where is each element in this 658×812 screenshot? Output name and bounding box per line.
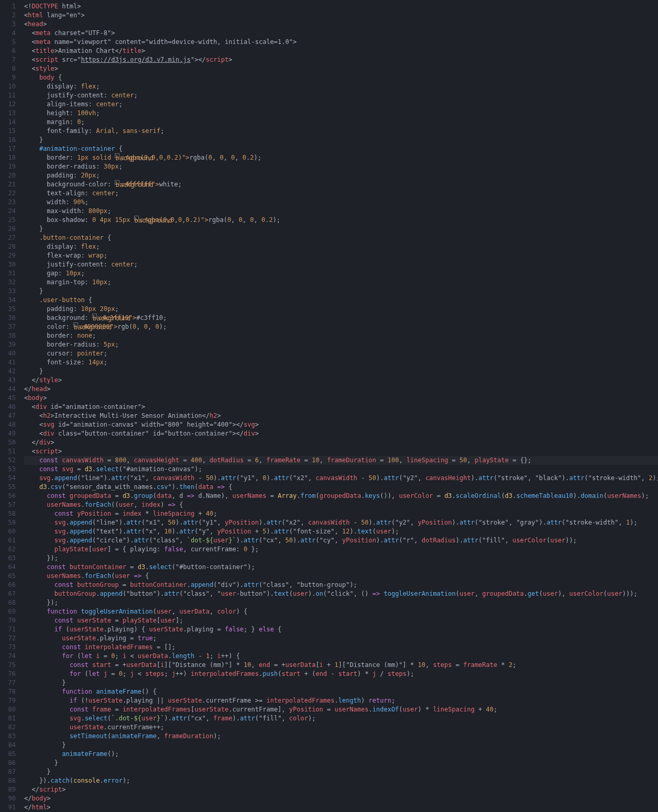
code-line[interactable]: <svg id="animation-canvas" width="800" h… [24, 420, 658, 429]
code-line[interactable]: const buttonGroup = buttonContainer.appe… [24, 581, 658, 589]
code-line[interactable]: <script src="https://d3js.org/d3.v7.min.… [24, 55, 658, 64]
code-line[interactable]: for (let i = 0; i < userData.length - 1;… [24, 652, 658, 661]
code-line[interactable]: </script> [24, 785, 658, 794]
code-line[interactable]: animateFrame(); [24, 750, 658, 759]
code-line[interactable]: if (!userState.playing || userState.curr… [24, 696, 658, 705]
code-line[interactable]: border-radius: 5px; [24, 340, 658, 349]
code-line[interactable]: .button-container { [24, 233, 658, 242]
code-line[interactable]: <body> [24, 394, 658, 403]
line-number: 23 [0, 198, 16, 207]
code-line[interactable]: const canvasWidth = 800, canvasHeight = … [24, 456, 658, 465]
code-line[interactable]: background: background:#c3ff10">#c3ff10; [24, 314, 658, 322]
code-line[interactable]: color: background:#000000">rgb(0, 0, 0); [24, 322, 658, 331]
code-line[interactable]: padding: 20px; [24, 171, 658, 180]
code-line[interactable]: d3.csv("sensor_data_with_names.csv").the… [24, 483, 658, 492]
code-line[interactable]: box-shadow: 0 4px 15px background:rgba(0… [24, 216, 658, 225]
code-line[interactable]: </body> [24, 794, 658, 803]
line-number: 36 [0, 314, 16, 322]
code-line[interactable]: } [24, 225, 658, 233]
code-line[interactable]: svg.select(`.dot-${user}`).attr("cx", fr… [24, 714, 658, 723]
code-line[interactable]: text-align: center; [24, 189, 658, 198]
code-line[interactable]: } [24, 287, 658, 296]
code-line[interactable]: userNames.forEach(user => { [24, 572, 658, 581]
code-line[interactable]: userNames.forEach((user, index) => { [24, 500, 658, 509]
code-line[interactable]: const groupedData = d3.group(data, d => … [24, 492, 658, 500]
code-line[interactable]: <title>Animation Chart</title> [24, 47, 658, 55]
code-line[interactable]: body { [24, 73, 658, 82]
code-line[interactable]: </div> [24, 438, 658, 447]
code-line[interactable]: function toggleUserAnimation(user, userD… [24, 607, 658, 616]
code-line[interactable]: const buttonContainer = d3.select("#butt… [24, 563, 658, 572]
code-line[interactable]: width: 90%; [24, 198, 658, 207]
code-line[interactable]: } [24, 767, 658, 776]
line-number: 52 [0, 456, 16, 465]
code-line[interactable]: for (let j = 0; j < steps; j++) interpol… [24, 670, 658, 678]
code-line[interactable]: } [24, 678, 658, 687]
code-line[interactable]: <head> [24, 20, 658, 29]
code-line[interactable]: playState[user] = { playing: false, curr… [24, 545, 658, 554]
code-line[interactable]: flex-wrap: wrap; [24, 251, 658, 260]
code-line[interactable]: display: flex; [24, 82, 658, 91]
line-number: 6 [0, 47, 16, 55]
code-line[interactable]: } [24, 759, 658, 767]
code-line[interactable]: svg.append("line").attr("x1", 50).attr("… [24, 518, 658, 527]
code-line[interactable]: <html lang="en"> [24, 11, 658, 20]
code-line[interactable]: #animation-container { [24, 144, 658, 153]
code-line[interactable]: </html> [24, 803, 658, 812]
code-line[interactable]: } [24, 367, 658, 376]
code-line[interactable]: <div class="button-container" id="button… [24, 429, 658, 438]
code-line[interactable]: userState.playing = true; [24, 634, 658, 643]
code-line[interactable]: margin-top: 10px; [24, 278, 658, 287]
code-line[interactable]: </head> [24, 385, 658, 394]
code-line[interactable]: gap: 10px; [24, 269, 658, 278]
line-number: 55 [0, 483, 16, 492]
line-number: 14 [0, 118, 16, 127]
code-line[interactable]: <style> [24, 64, 658, 73]
code-line[interactable]: display: flex; [24, 242, 658, 251]
code-line[interactable]: setTimeout(animateFrame, frameDuration); [24, 732, 658, 741]
code-line[interactable]: svg.append("line").attr("x1", canvasWidt… [24, 474, 658, 483]
line-number: 26 [0, 225, 16, 233]
code-line[interactable]: .user-button { [24, 296, 658, 305]
code-line[interactable]: const start = +userData[i]["Distance (mm… [24, 661, 658, 670]
code-line[interactable]: buttonGroup.append("button").attr("class… [24, 589, 658, 598]
code-line[interactable]: const svg = d3.select("#animation-canvas… [24, 465, 658, 474]
code-line[interactable]: cursor: pointer; [24, 349, 658, 358]
code-line[interactable]: } [24, 136, 658, 144]
code-line[interactable]: <meta charset="UTF-8"> [24, 29, 658, 38]
code-line[interactable]: <h2>Interactive Multi-User Sensor Animat… [24, 411, 658, 420]
code-line[interactable]: const interpolatedFrames = []; [24, 643, 658, 652]
code-line[interactable]: function animateFrame() { [24, 687, 658, 696]
code-line[interactable]: padding: 10px 20px; [24, 305, 658, 314]
code-line[interactable]: const yPosition = index * lineSpacing + … [24, 509, 658, 518]
code-line[interactable]: const frame = interpolatedFrames[userSta… [24, 705, 658, 714]
code-line[interactable]: justify-content: center; [24, 91, 658, 100]
code-line[interactable]: }).catch(console.error); [24, 776, 658, 785]
code-line[interactable]: svg.append("text").attr("x", 10).attr("y… [24, 527, 658, 536]
code-line[interactable]: <script> [24, 447, 658, 456]
code-area[interactable]: <!DOCTYPE html><html lang="en"><head> <m… [24, 0, 658, 812]
code-line[interactable]: if (userState.playing) { userState.playi… [24, 625, 658, 634]
code-line[interactable]: <!DOCTYPE html> [24, 2, 658, 11]
line-number: 62 [0, 545, 16, 554]
code-line[interactable]: background-color: background:#ffffff">wh… [24, 180, 658, 189]
code-line[interactable]: font-size: 14px; [24, 358, 658, 367]
code-line[interactable]: <div id="animation-container"> [24, 403, 658, 411]
code-line[interactable]: border-radius: 30px; [24, 162, 658, 171]
code-line[interactable]: font-family: Arial, sans-serif; [24, 127, 658, 136]
code-line[interactable]: svg.append("circle").attr("class", `dot-… [24, 536, 658, 545]
code-line[interactable]: border: none; [24, 331, 658, 340]
code-line[interactable]: } [24, 741, 658, 750]
code-line[interactable]: align-items: center; [24, 100, 658, 109]
code-line[interactable]: userState.currentFrame++; [24, 723, 658, 732]
code-line[interactable]: border: 1px solid background:rgba(0,0,0,… [24, 153, 658, 162]
code-line[interactable]: max-width: 800px; [24, 207, 658, 216]
code-line[interactable]: }); [24, 598, 658, 607]
code-line[interactable]: }); [24, 554, 658, 563]
code-line[interactable]: const userState = playState[user]; [24, 616, 658, 625]
code-line[interactable]: <meta name="viewport" content="width=dev… [24, 38, 658, 47]
code-line[interactable]: </style> [24, 376, 658, 385]
code-line[interactable]: justify-content: center; [24, 260, 658, 269]
code-line[interactable]: height: 100vh; [24, 109, 658, 118]
code-line[interactable]: margin: 0; [24, 118, 658, 127]
